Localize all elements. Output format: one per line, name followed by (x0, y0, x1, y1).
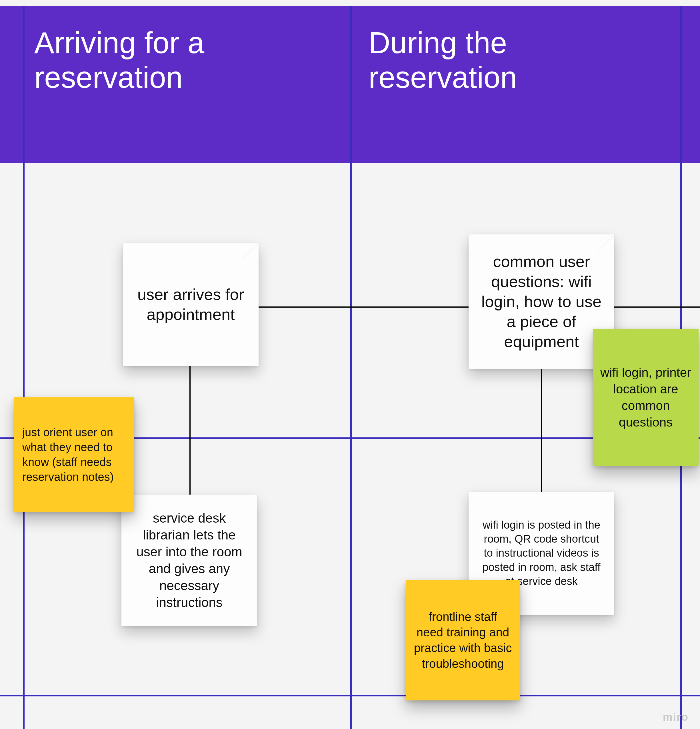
card-common-questions[interactable]: common user questions: wifi login, how t… (468, 234, 614, 369)
miro-canvas[interactable]: Arriving for a reservation During the re… (0, 0, 700, 729)
grid-horizontal-bottom (0, 695, 700, 696)
card-text: service desk librarian lets the user int… (122, 501, 257, 619)
grid-vertical-left (23, 6, 25, 729)
sticky-text: wifi login, printer location are common … (593, 364, 699, 431)
connector-c2-to-right (614, 306, 700, 308)
card-user-arrives[interactable]: user arrives for appointment (123, 243, 259, 366)
card-fold-icon (598, 234, 614, 250)
sticky-text: frontline staff need training and practi… (406, 609, 520, 672)
connector-c1-to-c3 (190, 366, 191, 495)
sticky-text: just orient user on what they need to kn… (14, 425, 134, 484)
column-header-arriving[interactable]: Arriving for a reservation (34, 26, 329, 95)
sticky-wifi-printer[interactable]: wifi login, printer location are common … (593, 329, 699, 466)
card-text: user arrives for appointment (123, 276, 259, 333)
column-header-during[interactable]: During the reservation (368, 26, 663, 95)
sticky-staff-training[interactable]: frontline staff need training and practi… (406, 580, 520, 700)
grid-vertical-center (350, 6, 352, 729)
card-text: common user questions: wifi login, how t… (468, 243, 614, 360)
connector-c2-to-c4 (541, 369, 542, 492)
connector-c1-to-c2 (259, 306, 468, 308)
miro-watermark: miro (663, 711, 688, 723)
sticky-orient-user[interactable]: just orient user on what they need to kn… (14, 397, 134, 512)
card-service-desk-librarian[interactable]: service desk librarian lets the user int… (122, 495, 257, 626)
card-fold-icon (243, 243, 259, 259)
